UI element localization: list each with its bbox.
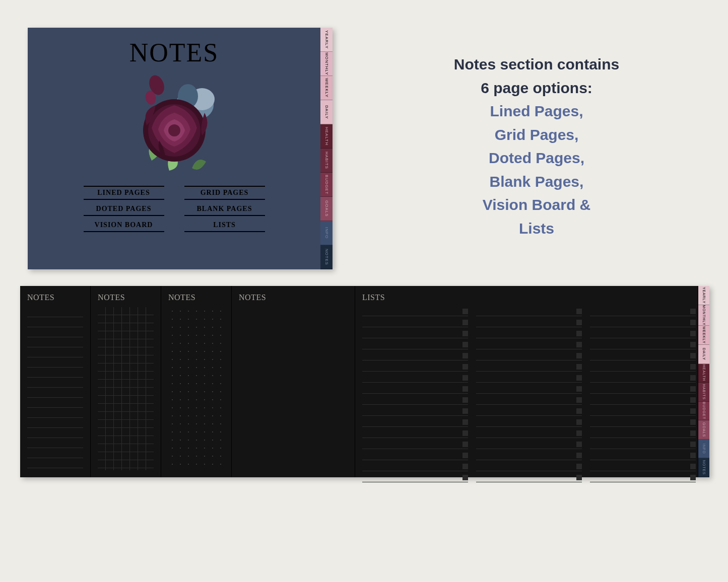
tab-notes[interactable]: NOTES [320, 245, 333, 269]
tab-budget[interactable]: BUDGET [698, 402, 709, 421]
list-row[interactable] [476, 407, 582, 416]
lined-area [27, 307, 83, 470]
blank-area [239, 307, 348, 470]
list-row[interactable] [590, 340, 696, 349]
tab-info[interactable]: INFO [698, 440, 709, 459]
list-row[interactable] [590, 407, 696, 416]
list-row[interactable] [362, 340, 468, 349]
tab-budget[interactable]: BUDGET [320, 173, 333, 197]
link-vision-board[interactable]: VISION BOARD [84, 219, 164, 232]
desc-opt-lined: Lined Pages, [388, 100, 685, 123]
list-row[interactable] [590, 318, 696, 327]
list-row[interactable] [362, 396, 468, 405]
list-row[interactable] [590, 362, 696, 372]
tab-yearly[interactable]: YEARLY [698, 286, 709, 305]
list-column [590, 307, 696, 482]
list-row[interactable] [362, 374, 468, 383]
desc-opt-vision: Vision Board & [388, 193, 685, 217]
tab-monthly[interactable]: MONTHLY [320, 52, 333, 76]
list-row[interactable] [476, 385, 582, 394]
tab-habits[interactable]: HABITS [698, 383, 709, 402]
list-row[interactable] [590, 329, 696, 338]
list-row[interactable] [362, 351, 468, 360]
list-row[interactable] [590, 440, 696, 449]
list-row[interactable] [476, 396, 582, 405]
list-row[interactable] [476, 329, 582, 338]
list-row[interactable] [590, 385, 696, 394]
list-row[interactable] [362, 473, 468, 482]
list-row[interactable] [362, 440, 468, 449]
list-row[interactable] [362, 318, 468, 327]
list-row[interactable] [476, 440, 582, 449]
panel-dotted[interactable]: NOTES [161, 286, 232, 477]
panel-grid[interactable]: NOTES [91, 286, 161, 477]
link-doted-pages[interactable]: DOTED PAGES [84, 203, 164, 216]
tab-health[interactable]: HEALTH [698, 364, 709, 383]
list-row[interactable] [590, 473, 696, 482]
tab-daily[interactable]: DAILY [320, 100, 333, 124]
list-row[interactable] [476, 307, 582, 316]
list-row[interactable] [362, 451, 468, 460]
list-row[interactable] [362, 307, 468, 316]
panel-lined[interactable]: NOTES [20, 286, 91, 477]
tab-habits[interactable]: HABITS [320, 149, 333, 173]
cover-side-tabs: YEARLYMONTHLYWEEKLYDAILYHEALTHHABITSBUDG… [320, 28, 333, 269]
tab-weekly[interactable]: WEEKLY [698, 326, 709, 345]
lists-columns [362, 307, 696, 482]
list-column [362, 307, 468, 482]
tab-health[interactable]: HEALTH [320, 124, 333, 149]
list-row[interactable] [590, 374, 696, 383]
list-row[interactable] [476, 429, 582, 438]
list-row[interactable] [476, 351, 582, 360]
tab-monthly[interactable]: MONTHLY [698, 305, 709, 326]
desc-opt-lists: Lists [388, 217, 685, 241]
panel-lists[interactable]: LISTS [355, 286, 698, 477]
list-row[interactable] [476, 362, 582, 372]
list-row[interactable] [590, 396, 696, 405]
desc-opt-doted: Doted Pages, [388, 147, 685, 170]
desc-line-2: 6 page options: [388, 77, 685, 100]
list-row[interactable] [476, 418, 582, 427]
tab-goals[interactable]: GOALS [320, 197, 333, 221]
panel-dotted-title: NOTES [168, 293, 224, 302]
list-row[interactable] [362, 385, 468, 394]
notes-cover: NOTES LINED PAGES [28, 28, 333, 269]
list-row[interactable] [590, 462, 696, 471]
list-row[interactable] [476, 318, 582, 327]
list-row[interactable] [590, 351, 696, 360]
link-lists[interactable]: LISTS [184, 219, 265, 232]
list-row[interactable] [362, 329, 468, 338]
list-row[interactable] [362, 407, 468, 416]
tab-weekly[interactable]: WEEKLY [320, 76, 333, 100]
panel-blank-title: NOTES [239, 293, 348, 302]
tab-goals[interactable]: GOALS [698, 420, 709, 440]
panel-blank[interactable]: NOTES [232, 286, 355, 477]
tab-daily[interactable]: DAILY [698, 345, 709, 364]
cover-page: NOTES LINED PAGES [28, 28, 320, 269]
link-grid-pages[interactable]: GRID PAGES [184, 186, 265, 200]
list-row[interactable] [590, 429, 696, 438]
grid-area [98, 307, 154, 470]
list-row[interactable] [362, 418, 468, 427]
desc-opt-grid: Grid Pages, [388, 123, 685, 147]
cover-link-grid: LINED PAGES GRID PAGES DOTED PAGES BLANK… [84, 186, 265, 232]
list-row[interactable] [476, 473, 582, 482]
list-row[interactable] [362, 362, 468, 372]
tab-yearly[interactable]: YEARLY [320, 28, 333, 52]
tab-notes[interactable]: NOTES [698, 458, 709, 477]
link-blank-pages[interactable]: BLANK PAGES [184, 203, 265, 216]
list-row[interactable] [476, 340, 582, 349]
list-row[interactable] [590, 307, 696, 316]
list-row[interactable] [362, 429, 468, 438]
list-row[interactable] [476, 462, 582, 471]
list-row[interactable] [362, 462, 468, 471]
list-row[interactable] [476, 374, 582, 383]
list-row[interactable] [590, 418, 696, 427]
list-row[interactable] [476, 451, 582, 460]
description-text: Notes section contains 6 page options: L… [388, 53, 685, 240]
panel-lined-title: NOTES [27, 293, 83, 302]
list-row[interactable] [590, 451, 696, 460]
cover-title: NOTES [129, 38, 219, 67]
link-lined-pages[interactable]: LINED PAGES [84, 186, 164, 200]
tab-info[interactable]: INFO [320, 221, 333, 245]
